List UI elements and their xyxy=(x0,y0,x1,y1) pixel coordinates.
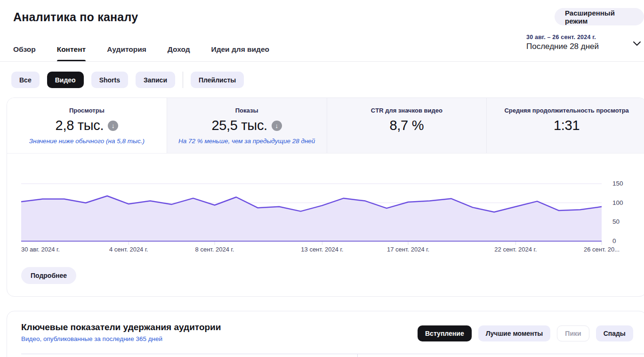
filter-chip-все[interactable]: Все xyxy=(11,72,40,88)
retention-button-спады[interactable]: Спады xyxy=(596,325,633,341)
date-range-text: 30 авг. – 26 сент. 2024 г. xyxy=(526,34,633,41)
filter-chip-записи[interactable]: Записи xyxy=(136,72,175,88)
metric-value: 2,8 тыс. xyxy=(56,118,104,133)
metric-card[interactable]: Средняя продолжительность просмотра1:31 xyxy=(486,98,644,153)
advanced-mode-button[interactable]: Расширенный режим xyxy=(555,8,644,25)
y-axis-label: 150 xyxy=(612,180,631,187)
details-button[interactable]: Подробнее xyxy=(21,267,76,284)
tab-контент[interactable]: Контент xyxy=(57,44,86,61)
x-axis-label: 30 авг. 2024 г. xyxy=(21,246,60,253)
x-axis-label: 4 сент. 2024 г. xyxy=(109,246,148,253)
x-axis-label: 22 сент. 2024 г. xyxy=(494,246,537,253)
x-axis-label: 13 сент. 2024 г. xyxy=(301,246,343,253)
chip-divider xyxy=(183,72,183,88)
metric-annotation: На 72 % меньше, чем за предыдущие 28 дне… xyxy=(178,138,315,145)
tab-доход[interactable]: Доход xyxy=(168,44,190,61)
metric-label: Просмотры xyxy=(69,107,105,114)
metric-label: Показы xyxy=(235,107,258,114)
filter-chip-видео[interactable]: Видео xyxy=(47,72,84,88)
metric-value: 8,7 % xyxy=(390,118,424,133)
metric-value-row: 25,5 тыс.↓ xyxy=(211,118,282,133)
metric-card[interactable]: Показы25,5 тыс.↓На 72 % меньше, чем за п… xyxy=(167,98,327,153)
metric-label: CTR для значков видео xyxy=(371,107,443,114)
metric-value: 1:31 xyxy=(554,118,580,133)
metric-value: 25,5 тыс. xyxy=(211,118,267,133)
retention-segment-bar: ВступлениеЛучшие моментыПикиСпады xyxy=(418,325,633,341)
retention-button-вступление[interactable]: Вступление xyxy=(418,325,472,341)
metric-card[interactable]: CTR для значков видео8,7 % xyxy=(327,98,487,153)
x-axis-label: 17 сент. 2024 г. xyxy=(387,246,429,253)
retention-title: Ключевые показатели удержания аудитории xyxy=(21,322,221,333)
tab-обзор[interactable]: Обзор xyxy=(13,44,36,61)
metric-value-row: 1:31 xyxy=(554,118,580,133)
page-title: Аналитика по каналу xyxy=(13,10,138,24)
filter-chip-плейлисты[interactable]: Плейлисты xyxy=(191,72,244,88)
retention-subtitle: Видео, опубликованные за последние 365 д… xyxy=(21,335,162,342)
retention-button-пики: Пики xyxy=(557,325,589,341)
metric-card-row: Просмотры2,8 тыс.↓Значение ниже обычного… xyxy=(7,98,644,154)
down-arrow-circle-icon: ↓ xyxy=(108,121,118,131)
metric-card[interactable]: Просмотры2,8 тыс.↓Значение ниже обычного… xyxy=(7,98,167,153)
metrics-panel: Просмотры2,8 тыс.↓Значение ниже обычного… xyxy=(7,97,644,297)
metric-value-row: 8,7 % xyxy=(390,118,424,133)
tab-аудитория[interactable]: Аудитория xyxy=(107,44,146,61)
views-line-chart[interactable] xyxy=(7,173,644,252)
tab-идеи-для-видео[interactable]: Идеи для видео xyxy=(211,44,269,61)
y-axis-label: 100 xyxy=(612,199,631,206)
table-divider-tick xyxy=(357,354,358,357)
filter-chip-shorts[interactable]: Shorts xyxy=(91,72,128,88)
analytics-tab-bar: ОбзорКонтентАудиторияДоходИдеи для видео xyxy=(0,44,644,62)
metric-annotation: Значение ниже обычного (на 5,8 тыс.) xyxy=(29,138,145,145)
x-axis-label: 8 сент. 2024 г. xyxy=(195,246,234,253)
table-divider xyxy=(21,354,644,354)
metric-label: Средняя продолжительность просмотра xyxy=(504,107,628,114)
metric-value-row: 2,8 тыс.↓ xyxy=(56,118,119,133)
content-filter-bar: ВсеВидеоShortsЗаписиПлейлисты xyxy=(11,72,244,88)
x-axis-label: 26 сент. 20... xyxy=(584,246,620,253)
retention-button-лучшие-моменты[interactable]: Лучшие моменты xyxy=(478,325,551,341)
y-axis-label: 0 xyxy=(612,237,631,244)
retention-panel: Ключевые показатели удержания аудитории … xyxy=(7,311,644,357)
y-axis-label: 50 xyxy=(612,218,631,225)
down-arrow-circle-icon: ↓ xyxy=(272,121,282,131)
